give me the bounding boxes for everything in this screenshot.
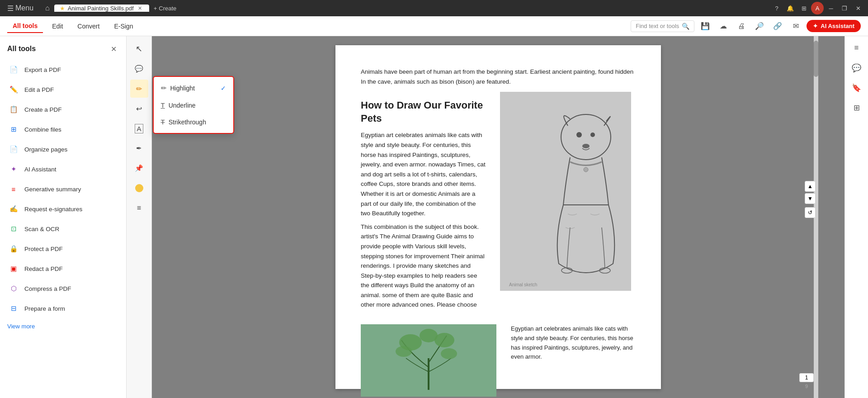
- pdf-dog-image-col: Animal sketch: [500, 92, 636, 313]
- share-icon-button[interactable]: ✉: [788, 19, 803, 33]
- dropdown-strikethrough[interactable]: T Strikethrough: [154, 114, 233, 130]
- pages-panel-button[interactable]: ⊞: [849, 100, 865, 116]
- svg-point-14: [441, 348, 457, 359]
- sidebar: All tools ✕ 📄 Export a PDF ✏️ Edit a PDF…: [0, 36, 127, 398]
- textbox-icon: A: [135, 124, 143, 133]
- highlight-icon: ✏: [136, 85, 142, 93]
- bookmark-panel-button[interactable]: 🔖: [849, 80, 865, 96]
- minimize-button[interactable]: ─: [825, 2, 837, 14]
- export-pdf-label: Export a PDF: [24, 66, 61, 73]
- menu-edit[interactable]: Edit: [47, 20, 68, 33]
- sidebar-item-ai-assistant[interactable]: ✦ AI Assistant: [0, 159, 126, 179]
- pdf-heading: How to Draw Our Favorite Pets: [361, 99, 486, 125]
- dropdown-strikethrough-icon: T: [161, 118, 165, 126]
- ai-assistant-button[interactable]: ✦ AI Assistant: [807, 20, 861, 32]
- refresh-button[interactable]: ↺: [805, 207, 816, 218]
- sidebar-item-organize-pages[interactable]: 📄 Organize pages: [0, 139, 126, 159]
- create-button[interactable]: + + Create Create: [149, 3, 181, 14]
- notifications-button[interactable]: 🔔: [784, 2, 797, 14]
- sidebar-close-button[interactable]: ✕: [108, 43, 119, 54]
- generative-summary-icon: ≡: [7, 183, 20, 195]
- comments-panel-button[interactable]: 💬: [849, 60, 865, 76]
- dropdown-underline-icon: T: [161, 101, 165, 109]
- scroll-nav: ▲ ▼ ↺: [805, 181, 816, 218]
- textbox-tool-button[interactable]: A: [130, 119, 148, 137]
- find-textbox[interactable]: Find text or tools 🔍: [631, 20, 694, 32]
- sidebar-item-export-pdf[interactable]: 📄 Export a PDF: [0, 60, 126, 80]
- star-icon: ★: [60, 5, 65, 12]
- titlebar: ☰ Menu ⌂ ★ Animal Painting Skills.pdf ✕ …: [0, 0, 868, 16]
- sidebar-item-request-e-signatures[interactable]: ✍️ Request e-signatures: [0, 199, 126, 219]
- protect-pdf-label: Protect a PDF: [24, 246, 63, 252]
- find-placeholder: Find text or tools: [636, 23, 679, 29]
- upload-icon-button[interactable]: ☁: [716, 19, 731, 33]
- svg-point-12: [434, 333, 454, 347]
- menu-button[interactable]: ☰ Menu: [4, 2, 37, 14]
- view-more-container: View more: [0, 318, 126, 334]
- search-icon: 🔍: [682, 23, 689, 30]
- dropdown-highlight[interactable]: ✏ Highlight ✓: [154, 80, 233, 97]
- link-icon-button[interactable]: 🔗: [770, 19, 785, 33]
- scroll-up-button[interactable]: ▲: [805, 181, 816, 192]
- sidebar-item-redact-pdf[interactable]: ▣ Redact a PDF: [0, 259, 126, 279]
- organize-pages-icon: 📄: [7, 143, 20, 156]
- sidebar-item-edit-pdf[interactable]: ✏️ Edit a PDF: [0, 80, 126, 100]
- scroll-down-button[interactable]: ▼: [805, 193, 816, 204]
- print-icon-button[interactable]: 🖨: [734, 19, 749, 33]
- dropdown-underline-label: Underline: [169, 102, 226, 109]
- pdf-tab[interactable]: ★ Animal Painting Skills.pdf ✕: [54, 5, 149, 12]
- menu-convert[interactable]: Convert: [72, 20, 105, 33]
- svg-text:Animal sketch: Animal sketch: [509, 282, 537, 287]
- help-button[interactable]: ?: [770, 2, 783, 14]
- edit-pdf-icon: ✏️: [7, 83, 20, 96]
- pin-tool-button[interactable]: 📌: [130, 159, 148, 177]
- protect-pdf-icon: 🔒: [7, 242, 20, 255]
- svg-point-2: [576, 132, 582, 137]
- bookmark-icon: 🔖: [852, 83, 861, 93]
- select-tool-button[interactable]: ↖: [130, 40, 148, 58]
- apps-button[interactable]: ⊞: [797, 2, 810, 14]
- scrollbar-thumb[interactable]: [814, 41, 818, 77]
- comment-tool-button[interactable]: 💬: [130, 60, 148, 78]
- color-tool-button[interactable]: [130, 179, 148, 197]
- scan-ocr-icon: ⊡: [7, 223, 20, 235]
- maximize-button[interactable]: ❐: [838, 2, 851, 14]
- more-tools-icon: ≡: [137, 204, 141, 212]
- page-controls: 1 9: [799, 373, 814, 389]
- dog-sketch-image: Animal sketch: [500, 92, 631, 291]
- sidebar-item-combine-files[interactable]: ⊞ Combine files: [0, 119, 126, 139]
- menu-all-tools[interactable]: All tools: [7, 19, 43, 33]
- link-tool-button[interactable]: ↩: [130, 100, 148, 118]
- export-pdf-icon: 📄: [7, 63, 20, 76]
- sidebar-item-create-pdf[interactable]: 📋 Create a PDF: [0, 100, 126, 119]
- dropdown-highlight-icon: ✏: [161, 84, 167, 92]
- svg-point-4: [582, 144, 590, 148]
- zoom-icon-button[interactable]: 🔎: [752, 19, 767, 33]
- profile-button[interactable]: A: [811, 2, 824, 14]
- highlight-tool-button[interactable]: ✏ ✏ Highlight ✓ T Underline T Strikethro…: [130, 80, 148, 98]
- draw-tool-button[interactable]: ✒: [130, 139, 148, 157]
- sidebar-item-compress-pdf[interactable]: ⬡ Compress a PDF: [0, 279, 126, 298]
- request-signatures-label: Request e-signatures: [24, 206, 82, 213]
- window-close-button[interactable]: ✕: [852, 2, 864, 14]
- save-icon-button[interactable]: 💾: [698, 19, 712, 33]
- sidebar-item-protect-pdf[interactable]: 🔒 Protect a PDF: [0, 239, 126, 259]
- view-more-link[interactable]: View more: [7, 323, 35, 330]
- menu-esign[interactable]: E-Sign: [108, 20, 138, 33]
- home-tab[interactable]: ⌂: [41, 4, 54, 12]
- intro-text: Animals have been part of human art from…: [361, 67, 636, 86]
- sidebar-item-prepare-form[interactable]: ⊟ Prepare a form: [0, 298, 126, 318]
- combine-files-icon: ⊞: [7, 123, 20, 136]
- sidebar-item-scan-ocr[interactable]: ⊡ Scan & OCR: [0, 219, 126, 239]
- titlebar-left: ☰ Menu ⌂ ★ Animal Painting Skills.pdf ✕ …: [4, 2, 770, 14]
- sidebar-item-generative-summary[interactable]: ≡ Generative summary: [0, 179, 126, 199]
- tab-close-button[interactable]: ✕: [137, 5, 144, 12]
- ai-assistant-icon: ✦: [7, 163, 20, 175]
- home-icon: ⌂: [45, 4, 50, 12]
- page-number-box[interactable]: 1: [799, 373, 814, 382]
- request-signatures-icon: ✍️: [7, 203, 20, 215]
- dropdown-underline[interactable]: T Underline: [154, 97, 233, 114]
- more-tools-button[interactable]: ≡: [130, 199, 148, 217]
- properties-panel-button[interactable]: ≡: [849, 40, 865, 56]
- generative-summary-label: Generative summary: [24, 186, 81, 193]
